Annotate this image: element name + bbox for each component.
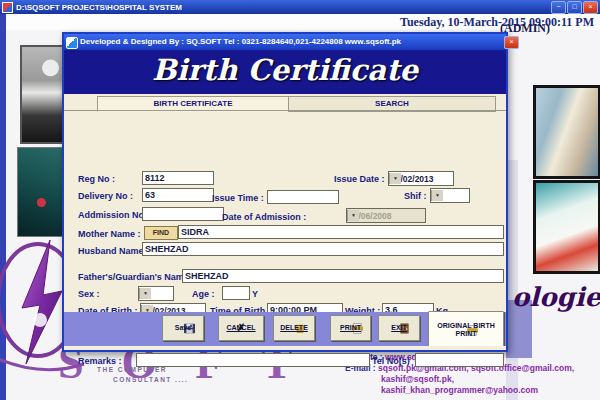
issue-date-label: Issue Date : bbox=[334, 174, 385, 184]
tel-no-label: Tel No(s) bbox=[372, 356, 410, 366]
admission-no-input[interactable] bbox=[142, 207, 224, 221]
print-button[interactable]: PRINT bbox=[330, 315, 371, 341]
age-label: Age : bbox=[192, 289, 215, 299]
save-button[interactable]: Save bbox=[162, 315, 204, 341]
sex-label: Sex : bbox=[78, 289, 100, 299]
cancel-button[interactable]: ✗ CANCEL bbox=[218, 315, 264, 341]
background-photo-doctor bbox=[533, 85, 600, 179]
issue-time-label: Issue Time : bbox=[212, 193, 264, 203]
date-of-admission-label: Date of Admission : bbox=[222, 212, 306, 222]
delivery-no-input[interactable] bbox=[142, 188, 214, 202]
background-photo-nurse bbox=[533, 180, 600, 274]
age-unit-label: Y bbox=[252, 289, 258, 299]
date-of-admission-select: 24/06/2008 ▼ bbox=[346, 208, 426, 223]
background-photo-surgery bbox=[17, 147, 64, 237]
birth-certificate-form: BIRTH CERTIFICATE SEARCH Reg No : Issue … bbox=[64, 92, 506, 314]
father-name-label: Father's/Guardian's Name : bbox=[78, 272, 194, 282]
delivery-no-label: Delivery No : bbox=[78, 191, 133, 201]
age-input[interactable] bbox=[222, 286, 250, 300]
sex-select[interactable]: M ▼ bbox=[138, 286, 174, 301]
window-title: D:\SQSOFT PROJECTS\HOSPITAL SYSTEM bbox=[16, 3, 182, 12]
mother-name-input[interactable] bbox=[178, 225, 504, 239]
shift-label: Shif : bbox=[404, 191, 427, 201]
dropdown-arrow-icon[interactable]: ▼ bbox=[139, 288, 151, 299]
dialog-title: Developed & Designed By : SQ.SOFT Tel : … bbox=[80, 37, 401, 46]
tagline-line2: CONSULTANT .... bbox=[113, 376, 188, 383]
mother-find-button[interactable]: FIND bbox=[144, 226, 178, 240]
reg-no-label: Reg No : bbox=[78, 174, 115, 184]
email-line2: kashif@sqsoft.pk, kashif_khan_programmer… bbox=[381, 374, 538, 395]
tel-no-input[interactable] bbox=[415, 353, 504, 367]
admission-no-label: Addmission No : bbox=[78, 210, 150, 220]
dropdown-arrow-icon: ▼ bbox=[347, 210, 359, 221]
page-title: Birth Certificate bbox=[64, 53, 506, 87]
exit-button[interactable]: EXIT bbox=[378, 315, 420, 341]
hospital-system-screen: D:\SQSOFT PROJECTS\HOSPITAL SYSTEM − □ ×… bbox=[0, 0, 600, 400]
dialog-bottom-strip bbox=[64, 346, 506, 350]
original-birth-print-button[interactable]: ORIGINAL BIRTH PRINT bbox=[428, 311, 504, 349]
issue-time-input[interactable] bbox=[267, 190, 339, 204]
close-button[interactable]: × bbox=[583, 1, 598, 14]
mother-name-label: Mother Name : bbox=[78, 229, 141, 239]
app-icon bbox=[2, 2, 13, 13]
minimize-button[interactable]: − bbox=[551, 1, 566, 14]
dropdown-arrow-icon[interactable]: ▼ bbox=[389, 173, 401, 184]
delete-button[interactable]: DELETE bbox=[273, 315, 315, 341]
husband-name-label: Husband Name : bbox=[78, 246, 149, 256]
husband-name-input[interactable] bbox=[142, 242, 504, 256]
father-name-input[interactable] bbox=[182, 269, 504, 283]
birth-certificate-dialog: Developed & Designed By : SQ.SOFT Tel : … bbox=[62, 32, 508, 352]
dialog-close-button[interactable]: × bbox=[504, 36, 519, 49]
tagline-line1: THE COMPUTER bbox=[97, 366, 167, 373]
background-partial-text: ologies bbox=[512, 282, 600, 312]
shift-select[interactable]: N ▼ bbox=[430, 188, 470, 203]
dialog-icon bbox=[66, 37, 78, 49]
dropdown-arrow-icon[interactable]: ▼ bbox=[431, 190, 443, 201]
main-titlebar: D:\SQSOFT PROJECTS\HOSPITAL SYSTEM − □ × bbox=[0, 0, 600, 14]
tab-divider bbox=[64, 110, 506, 111]
current-datetime: Tuesday, 10-March-2015 09:00:11 PM bbox=[400, 15, 594, 30]
issue-date-select[interactable]: 15/02/2013 ▼ bbox=[388, 171, 454, 186]
maximize-button[interactable]: □ bbox=[567, 1, 582, 14]
reg-no-input[interactable] bbox=[142, 171, 214, 185]
remarks-label: Remarks : bbox=[78, 356, 122, 366]
dialog-titlebar: Developed & Designed By : SQ.SOFT Tel : … bbox=[64, 34, 506, 50]
remarks-input[interactable] bbox=[136, 353, 370, 367]
